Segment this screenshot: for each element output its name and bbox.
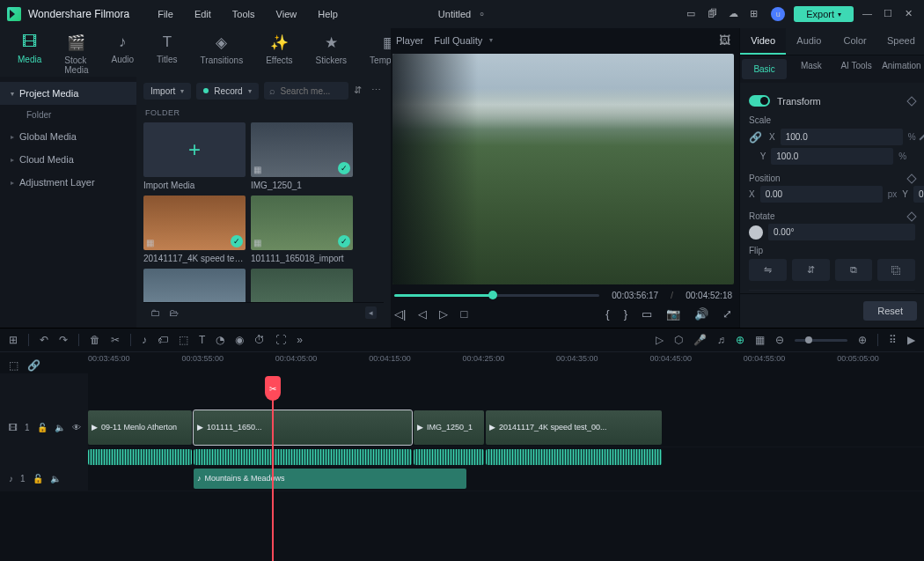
volume-icon[interactable]: 🔊 bbox=[694, 307, 708, 321]
mic-icon[interactable]: 🎤 bbox=[693, 334, 707, 346]
camera-icon[interactable]: 📷 bbox=[666, 307, 680, 321]
track-mute-icon[interactable]: 🔈 bbox=[55, 423, 65, 432]
inspector-subtab-mask[interactable]: Mask bbox=[788, 55, 833, 83]
track-link-icon[interactable]: 🔗 bbox=[27, 359, 40, 372]
inspector-subtab-aitools[interactable]: AI Tools bbox=[834, 55, 879, 83]
inspector-subtab-animation[interactable]: Animation bbox=[879, 55, 924, 83]
flip-h-button[interactable]: ⇋ bbox=[749, 259, 787, 281]
timeline-clip[interactable]: ▶101111_1650... bbox=[194, 410, 412, 445]
flip-v-button[interactable]: ⇵ bbox=[792, 259, 830, 281]
inspector-tab-audio[interactable]: Audio bbox=[786, 28, 832, 55]
mark-in-icon[interactable]: { bbox=[605, 307, 609, 321]
rotate-input[interactable] bbox=[768, 224, 915, 240]
tab-media[interactable]: 🎞Media bbox=[18, 33, 41, 75]
collapse-sidebar-icon[interactable]: ◂ bbox=[365, 306, 377, 319]
preview-viewport[interactable] bbox=[392, 54, 734, 284]
text-icon[interactable]: T bbox=[199, 334, 205, 346]
scale-link-icon[interactable]: 🔗 bbox=[749, 131, 764, 144]
snapshot-icon[interactable]: 🖼 bbox=[719, 33, 730, 47]
rotate-dial-icon[interactable] bbox=[749, 225, 763, 240]
cut-icon[interactable]: ✂ bbox=[111, 334, 120, 346]
search-input[interactable] bbox=[281, 86, 343, 96]
user-avatar[interactable]: u bbox=[771, 7, 785, 21]
waveform[interactable] bbox=[414, 449, 484, 465]
redo-icon[interactable]: ↷ bbox=[59, 334, 68, 346]
cloud-icon[interactable]: ☁ bbox=[729, 8, 741, 20]
track-stack-icon[interactable]: ⬚ bbox=[9, 359, 18, 372]
timeline-clip[interactable]: ▶IMG_1250_1 bbox=[414, 410, 484, 445]
pos-x-input[interactable] bbox=[760, 186, 883, 203]
zoom-slider[interactable] bbox=[795, 339, 847, 342]
color-icon[interactable]: ◉ bbox=[235, 334, 244, 346]
progress-bar[interactable] bbox=[394, 294, 599, 297]
tab-transitions[interactable]: ◈Transitions bbox=[201, 33, 244, 75]
mark-out-icon[interactable]: } bbox=[624, 307, 627, 321]
device-icon[interactable]: ▭ bbox=[686, 8, 699, 20]
transform-toggle[interactable] bbox=[749, 95, 770, 107]
inspector-tab-speed[interactable]: Speed bbox=[878, 28, 924, 55]
menu-help[interactable]: Help bbox=[309, 5, 347, 23]
render-icon[interactable]: ▶ bbox=[907, 334, 915, 346]
scale-y-input[interactable] bbox=[771, 148, 893, 165]
dots-icon[interactable]: ⠿ bbox=[889, 334, 897, 346]
waveform[interactable] bbox=[194, 449, 412, 465]
position-keyframe-icon[interactable] bbox=[906, 173, 916, 183]
grid-apps-icon[interactable]: ⊞ bbox=[750, 8, 762, 20]
crop-icon[interactable]: ⬚ bbox=[179, 334, 188, 346]
track-lock-icon[interactable]: 🔓 bbox=[37, 423, 48, 432]
prev-frame-icon[interactable]: ◁| bbox=[394, 307, 406, 321]
media-card[interactable]: ▦ bbox=[143, 269, 246, 302]
flip-dup-button[interactable]: ⿻ bbox=[877, 259, 915, 281]
undo-icon[interactable]: ↶ bbox=[40, 334, 48, 346]
stop-icon[interactable]: □ bbox=[460, 307, 467, 321]
flip-copy-button[interactable]: ⧉ bbox=[835, 259, 873, 281]
sidebar-item-project-media[interactable]: ▾Project Media bbox=[0, 82, 136, 105]
play-reverse-icon[interactable]: ◁ bbox=[418, 307, 427, 321]
media-card[interactable]: ▦✓IMG_1250_1 bbox=[251, 122, 353, 190]
tab-audio[interactable]: ♪Audio bbox=[111, 33, 134, 75]
sidebar-sub-folder[interactable]: Folder bbox=[0, 105, 136, 125]
magnet-icon[interactable]: ⊕ bbox=[736, 334, 744, 346]
rotate-keyframe-icon[interactable] bbox=[906, 211, 916, 221]
audio-mute-icon[interactable]: 🔈 bbox=[50, 474, 61, 483]
mixer-icon[interactable]: ♬ bbox=[717, 334, 725, 346]
tab-effects[interactable]: ✨Effects bbox=[266, 33, 292, 75]
media-card[interactable]: ▦✓101111_165018_import bbox=[251, 196, 353, 263]
playhead[interactable]: ✂ bbox=[272, 379, 274, 561]
waveform[interactable] bbox=[88, 449, 192, 465]
save-icon[interactable]: 🗐 bbox=[708, 8, 720, 20]
pos-y-input[interactable] bbox=[913, 186, 924, 203]
timeline-clip[interactable]: ▶09-11 Menlo Atherton bbox=[88, 410, 192, 445]
music-clip[interactable]: ♪Mountains & Meadows bbox=[194, 469, 466, 489]
sidebar-item-adjustment-layer[interactable]: ▸Adjustment Layer bbox=[0, 171, 136, 194]
play-icon[interactable]: ▷ bbox=[439, 307, 448, 321]
transform-keyframe-icon[interactable] bbox=[906, 96, 916, 106]
inspector-tab-video[interactable]: Video bbox=[740, 28, 786, 55]
snap-icon[interactable]: ▦ bbox=[755, 334, 765, 346]
audio-track-head[interactable]: ♪1 🔓 🔈 bbox=[0, 467, 88, 491]
export-button[interactable]: Export▾ bbox=[794, 6, 854, 22]
track-eye-icon[interactable]: 👁 bbox=[72, 423, 81, 432]
sidebar-item-cloud-media[interactable]: ▸Cloud Media bbox=[0, 148, 136, 171]
menu-edit[interactable]: Edit bbox=[186, 5, 220, 23]
expand-icon[interactable]: ⛶ bbox=[275, 334, 286, 346]
more-icon[interactable]: ⋯ bbox=[371, 85, 384, 97]
playhead-handle-icon[interactable]: ✂ bbox=[265, 376, 281, 401]
tab-stickers[interactable]: ★Stickers bbox=[316, 33, 348, 75]
maximize-icon[interactable]: ☐ bbox=[884, 8, 896, 20]
scale-x-input[interactable] bbox=[781, 129, 903, 145]
inspector-subtab-basic[interactable]: Basic bbox=[742, 59, 787, 79]
menu-tools[interactable]: Tools bbox=[224, 5, 264, 23]
media-search[interactable]: ⌕ bbox=[264, 82, 348, 100]
reset-button[interactable]: Reset bbox=[863, 301, 917, 321]
menu-file[interactable]: File bbox=[149, 5, 182, 23]
marker-icon[interactable]: ⬡ bbox=[674, 334, 683, 346]
quality-dropdown[interactable]: Full Quality▾ bbox=[434, 35, 493, 46]
tab-stock-media[interactable]: 🎬Stock Media bbox=[64, 33, 88, 75]
timeline-clip[interactable]: ▶20141117_4K speed test_00... bbox=[486, 410, 662, 445]
play-tl-icon[interactable]: ▷ bbox=[656, 334, 664, 346]
import-media-card[interactable]: +Import Media bbox=[143, 122, 246, 190]
zoom-in-icon[interactable]: ⊕ bbox=[858, 334, 867, 346]
close-icon[interactable]: ✕ bbox=[905, 8, 917, 20]
video-track-head[interactable]: 🎞1 🔓 🔈 👁 bbox=[0, 409, 88, 447]
